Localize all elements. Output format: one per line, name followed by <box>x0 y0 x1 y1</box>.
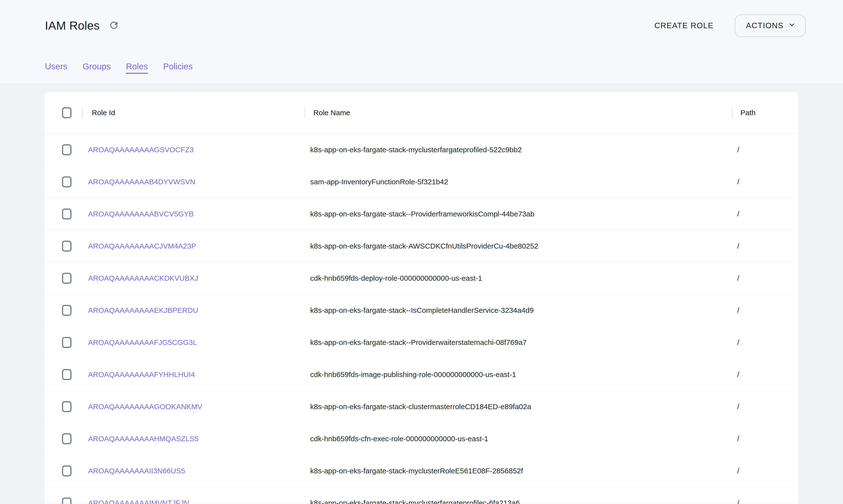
row-checkbox[interactable] <box>62 144 71 155</box>
table-row: AROAQAAAAAAAACKDKVUBXJ cdk-hnb659fds-dep… <box>45 262 798 294</box>
role-id-link[interactable]: AROAQAAAAAAAAFYHHLHUI4 <box>88 371 195 378</box>
table-row: AROAQAAAAAAAB4DYVWSVN sam-app-InventoryF… <box>45 166 798 198</box>
refresh-icon <box>108 20 119 31</box>
refresh-button[interactable] <box>108 20 120 32</box>
role-path-text: / <box>732 402 799 411</box>
table-row: AROAQAAAAAAAIMVNTJFJN k8s-app-on-eks-far… <box>45 487 798 504</box>
table-row: AROAQAAAAAAAAHMQASZLS5 cdk-hnb659fds-cfn… <box>45 423 798 455</box>
table-row: AROAQAAAAAAAABVCV5GYB k8s-app-on-eks-far… <box>45 198 798 230</box>
role-name-text: k8s-app-on-eks-fargate-stack-AWSCDKCfnUt… <box>304 242 732 250</box>
column-divider <box>732 107 733 119</box>
table-row: AROAQAAAAAAAAGOOKANKMV k8s-app-on-eks-fa… <box>45 391 798 423</box>
role-name-text: cdk-hnb659fds-image-publishing-role-0000… <box>304 371 732 379</box>
tab-policies[interactable]: Policies <box>163 61 193 74</box>
role-path-text: / <box>732 274 799 283</box>
role-path-text: / <box>732 435 799 443</box>
role-name-text: k8s-app-on-eks-fargate-stack--Providerwa… <box>304 338 732 347</box>
role-path-text: / <box>732 146 799 154</box>
row-checkbox[interactable] <box>62 273 71 284</box>
role-name-text: cdk-hnb659fds-cfn-exec-role-000000000000… <box>304 435 732 443</box>
table-row: AROAQAAAAAAAAEKJBPERDU k8s-app-on-eks-fa… <box>45 294 798 326</box>
select-all-checkbox[interactable] <box>62 107 71 118</box>
role-name-text: k8s-app-on-eks-fargate-stack--IsComplete… <box>304 306 732 314</box>
role-path-text: / <box>732 499 799 504</box>
row-checkbox[interactable] <box>62 401 71 412</box>
row-checkbox[interactable] <box>62 209 71 219</box>
table-row: AROAQAAAAAAAACJVM4A23P k8s-app-on-eks-fa… <box>45 230 798 262</box>
actions-button-label: ACTIONS <box>746 21 784 30</box>
role-id-link[interactable]: AROAQAAAAAAAAGOOKANKMV <box>88 402 202 411</box>
column-divider <box>304 107 305 119</box>
table-row: AROAQAAAAAAAII3N66US5 k8s-app-on-eks-far… <box>45 455 798 487</box>
role-name-text: k8s-app-on-eks-fargate-stack-myclusterfa… <box>304 499 732 504</box>
role-id-link[interactable]: AROAQAAAAAAAAEKJBPERDU <box>88 306 198 314</box>
row-checkbox[interactable] <box>62 466 71 476</box>
table-row: AROAQAAAAAAAAGSVOCFZ3 k8s-app-on-eks-far… <box>45 134 798 166</box>
chevron-down-icon <box>788 20 796 31</box>
table-row: AROAQAAAAAAAAFJG5CGG3L k8s-app-on-eks-fa… <box>45 326 798 359</box>
column-header-path: Path <box>740 109 756 117</box>
page-header: IAM Roles CREATE ROLE ACTIONS <box>0 0 843 52</box>
role-id-link[interactable]: AROAQAAAAAAAAFJG5CGG3L <box>88 338 197 346</box>
role-id-link[interactable]: AROAQAAAAAAAACJVM4A23P <box>88 242 196 250</box>
role-name-text: k8s-app-on-eks-fargate-stack-clustermast… <box>304 402 732 411</box>
row-checkbox[interactable] <box>62 177 71 187</box>
role-path-text: / <box>732 242 799 250</box>
role-name-text: k8s-app-on-eks-fargate-stack--Providerfr… <box>304 210 732 218</box>
column-header-role-id: Role Id <box>92 109 115 117</box>
row-checkbox[interactable] <box>62 241 71 252</box>
actions-button[interactable]: ACTIONS <box>735 15 806 37</box>
role-name-text: k8s-app-on-eks-fargate-stack-myclusterfa… <box>304 146 732 154</box>
page-title: IAM Roles <box>45 19 100 32</box>
tab-users[interactable]: Users <box>45 61 67 74</box>
role-path-text: / <box>732 210 799 218</box>
table-header-row: Role Id Role Name Path <box>45 92 798 134</box>
row-checkbox[interactable] <box>62 369 71 380</box>
row-checkbox[interactable] <box>62 337 71 348</box>
content-area: Role Id Role Name Path AROAQAAAAAAAAGSVO… <box>0 84 843 504</box>
role-name-text: k8s-app-on-eks-fargate-stack-myclusterRo… <box>304 467 732 475</box>
column-divider <box>82 107 83 119</box>
role-path-text: / <box>732 338 799 347</box>
role-path-text: / <box>732 467 799 475</box>
role-id-link[interactable]: AROAQAAAAAAAAHMQASZLS5 <box>88 435 199 443</box>
role-id-link[interactable]: AROAQAAAAAAAACKDKVUBXJ <box>88 274 198 282</box>
create-role-button[interactable]: CREATE ROLE <box>649 17 719 35</box>
role-id-link[interactable]: AROAQAAAAAAAIMVNTJFJN <box>88 499 189 504</box>
role-id-link[interactable]: AROAQAAAAAAAABVCV5GYB <box>88 210 194 218</box>
role-path-text: / <box>732 371 799 379</box>
role-id-link[interactable]: AROAQAAAAAAAII3N66US5 <box>88 467 185 475</box>
row-checkbox[interactable] <box>62 498 71 504</box>
column-header-role-name: Role Name <box>313 109 350 117</box>
table-row: AROAQAAAAAAAAFYHHLHUI4 cdk-hnb659fds-ima… <box>45 359 798 391</box>
role-name-text: sam-app-InventoryFunctionRole-5f321b42 <box>304 178 732 186</box>
table-body: AROAQAAAAAAAAGSVOCFZ3 k8s-app-on-eks-far… <box>45 134 798 504</box>
row-checkbox[interactable] <box>62 433 71 444</box>
tab-bar: UsersGroupsRolesPolicies <box>0 52 843 84</box>
role-id-link[interactable]: AROAQAAAAAAAAGSVOCFZ3 <box>88 146 194 154</box>
role-name-text: cdk-hnb659fds-deploy-role-000000000000-u… <box>304 274 732 283</box>
roles-table-card: Role Id Role Name Path AROAQAAAAAAAAGSVO… <box>44 92 799 504</box>
role-path-text: / <box>732 178 799 186</box>
row-checkbox[interactable] <box>62 305 71 316</box>
role-path-text: / <box>732 306 799 314</box>
tab-roles[interactable]: Roles <box>126 61 148 74</box>
role-id-link[interactable]: AROAQAAAAAAAB4DYVWSVN <box>88 178 195 186</box>
tab-groups[interactable]: Groups <box>83 61 111 74</box>
